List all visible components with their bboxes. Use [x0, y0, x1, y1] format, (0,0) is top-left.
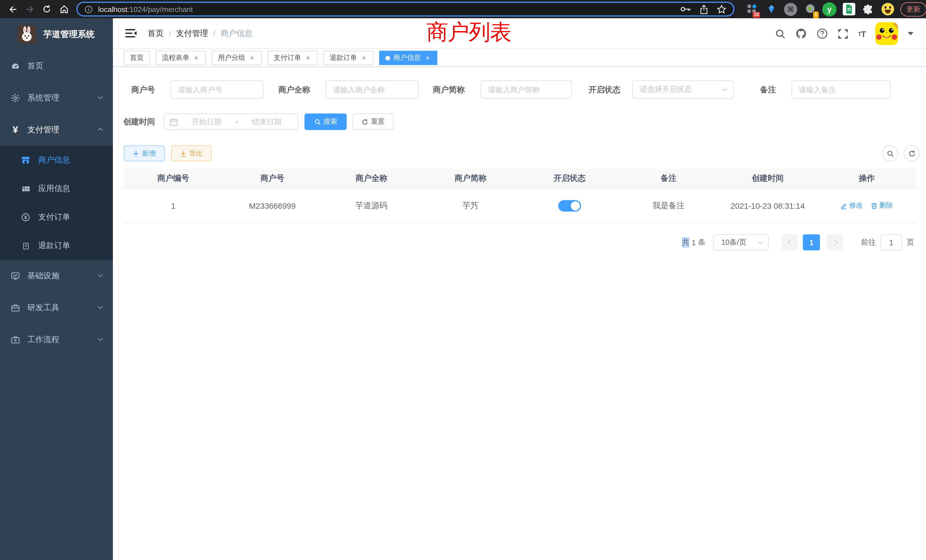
- remark-input[interactable]: [791, 80, 891, 98]
- emoji-face-icon: [881, 2, 894, 16]
- page-number-button[interactable]: 1: [803, 235, 820, 250]
- search-button[interactable]: 搜索: [304, 114, 346, 130]
- chevron-down-icon: [721, 86, 728, 93]
- github-icon[interactable]: [795, 28, 806, 39]
- extension-puzzle-icon[interactable]: [861, 2, 875, 16]
- reset-button[interactable]: 重置: [353, 114, 393, 130]
- sidebar-item-refund-order[interactable]: 退款订单: [0, 232, 113, 260]
- back-arrow-icon: [8, 4, 17, 14]
- sidebar-item-system[interactable]: 系统管理: [0, 82, 113, 114]
- delete-link-label: 删除: [879, 201, 893, 210]
- fullscreen-icon[interactable]: [837, 28, 848, 39]
- browser-forward-button[interactable]: [22, 1, 38, 17]
- sidebar-item-infrastructure[interactable]: 基础设施: [0, 260, 113, 292]
- sidebar-item-dev-tools[interactable]: 研发工具: [0, 292, 113, 324]
- url-host: localhost: [98, 5, 127, 14]
- prev-page-button[interactable]: [782, 235, 798, 250]
- add-button[interactable]: 新增: [124, 145, 165, 161]
- refresh-table-button[interactable]: [904, 145, 920, 161]
- status-toggle[interactable]: [558, 200, 581, 211]
- goto-label: 前往: [861, 235, 876, 250]
- avatar[interactable]: [875, 22, 898, 45]
- browser-refresh-button[interactable]: [39, 1, 55, 17]
- chevron-down-icon: [97, 303, 104, 312]
- start-date-placeholder: 开始日期: [181, 117, 232, 127]
- browser-extensions: 10 ⌘ 1 y: [745, 2, 895, 16]
- extension-sheet-icon[interactable]: [841, 2, 856, 16]
- tab-label: 流程表单: [162, 53, 189, 63]
- tab-close-icon[interactable]: ×: [360, 54, 367, 62]
- sidebar-collapse-button[interactable]: [126, 28, 138, 38]
- calendar-icon: [170, 118, 178, 126]
- sidebar-item-home[interactable]: 首页: [0, 50, 113, 82]
- merchant-name-input[interactable]: [325, 80, 419, 98]
- tab-process-form[interactable]: 流程表单×: [156, 51, 206, 65]
- page-size-select[interactable]: 10条/页: [713, 235, 769, 250]
- font-size-icon[interactable]: TT: [858, 29, 865, 38]
- puzzle-icon: [863, 4, 873, 15]
- coin-yen-icon: [21, 213, 30, 222]
- navbar-actions: TT: [775, 18, 914, 49]
- rabbit-logo-icon: [18, 25, 36, 43]
- extension-badge: 1: [813, 11, 819, 18]
- tab-close-icon[interactable]: ×: [304, 54, 311, 62]
- browser-update-button[interactable]: 更新: [900, 2, 926, 16]
- extension-emoji-icon[interactable]: [881, 2, 895, 16]
- extension-gem-icon[interactable]: [764, 2, 778, 16]
- browser-home-button[interactable]: [56, 1, 72, 17]
- edit-link[interactable]: 修改: [840, 201, 863, 210]
- app-title: 芋道管理系统: [43, 29, 95, 39]
- breadcrumb-separator: /: [169, 29, 171, 38]
- sidebar-item-payment[interactable]: ¥ 支付管理: [0, 114, 113, 146]
- password-key-icon[interactable]: [680, 6, 691, 12]
- export-button[interactable]: 导出: [171, 145, 212, 161]
- update-label: 更新: [906, 5, 920, 13]
- breadcrumb-home[interactable]: 首页: [148, 28, 163, 38]
- help-icon[interactable]: [816, 28, 828, 39]
- cell-remark: 我是备注: [619, 189, 719, 222]
- sidebar-item-payment-order[interactable]: 支付订单: [0, 203, 113, 232]
- tab-payment-order[interactable]: 支付订单×: [268, 51, 318, 65]
- delete-link[interactable]: 删除: [871, 201, 893, 210]
- next-page-button[interactable]: [827, 235, 843, 250]
- merchant-no-input[interactable]: [171, 80, 263, 98]
- extension-grid-icon[interactable]: 10: [745, 2, 759, 16]
- tab-refund-order[interactable]: 退款订单×: [323, 51, 374, 65]
- forward-arrow-icon: [25, 4, 35, 14]
- sidebar-logo[interactable]: 芋道管理系统: [0, 18, 113, 50]
- sidebar-item-label: 支付订单: [38, 212, 70, 222]
- extension-profile-icon[interactable]: 1: [803, 2, 817, 16]
- extension-command-icon[interactable]: ⌘: [784, 2, 798, 16]
- browser-toolbar: localhost:1024/pay/merchant 10 ⌘ 1: [0, 0, 926, 18]
- tab-merchant-info[interactable]: 商户信息×: [379, 51, 437, 65]
- address-bar[interactable]: localhost:1024/pay/merchant: [76, 2, 734, 17]
- status-select[interactable]: 请选择开启状态: [632, 80, 734, 98]
- sidebar-item-merchant-info[interactable]: 商户信息: [0, 146, 113, 174]
- browser-back-button[interactable]: [5, 1, 21, 17]
- goto-page-input[interactable]: [881, 235, 902, 250]
- info-icon[interactable]: [85, 5, 93, 14]
- table-row: 1 M233666999 芋道源码 芋艿 我是备注 2021-10-23 08:…: [124, 189, 916, 223]
- breadcrumb-payment[interactable]: 支付管理: [176, 28, 208, 38]
- sidebar-item-workflow[interactable]: 工作流程: [0, 324, 113, 356]
- sidebar: 芋道管理系统 首页 系统管理 ¥ 支付管理 商户信息: [0, 18, 113, 560]
- tab-user-group[interactable]: 用户分组×: [212, 51, 262, 65]
- sidebar-item-label: 工作流程: [27, 335, 59, 345]
- column-header: 商户全称: [322, 169, 421, 188]
- home-icon: [59, 4, 69, 14]
- create-time-range-picker[interactable]: 开始日期 - 结束日期: [163, 114, 298, 130]
- browser-window: localhost:1024/pay/merchant 10 ⌘ 1: [0, 0, 926, 560]
- avatar-caret-icon[interactable]: [908, 32, 914, 35]
- sidebar-item-app-info[interactable]: 应用信息: [0, 174, 113, 203]
- search-icon[interactable]: [775, 28, 785, 39]
- merchant-short-input[interactable]: [481, 80, 572, 98]
- bookmark-star-icon[interactable]: [717, 4, 726, 14]
- tab-close-icon[interactable]: ×: [193, 54, 200, 62]
- extension-y-icon[interactable]: y: [822, 2, 837, 16]
- tab-close-icon[interactable]: ×: [249, 54, 256, 62]
- tab-close-icon[interactable]: ×: [424, 54, 431, 62]
- share-icon[interactable]: [700, 4, 708, 14]
- show-search-toggle-button[interactable]: [882, 145, 898, 161]
- tab-home[interactable]: 首页: [124, 51, 150, 65]
- breadcrumb-current: 商户信息: [221, 28, 253, 38]
